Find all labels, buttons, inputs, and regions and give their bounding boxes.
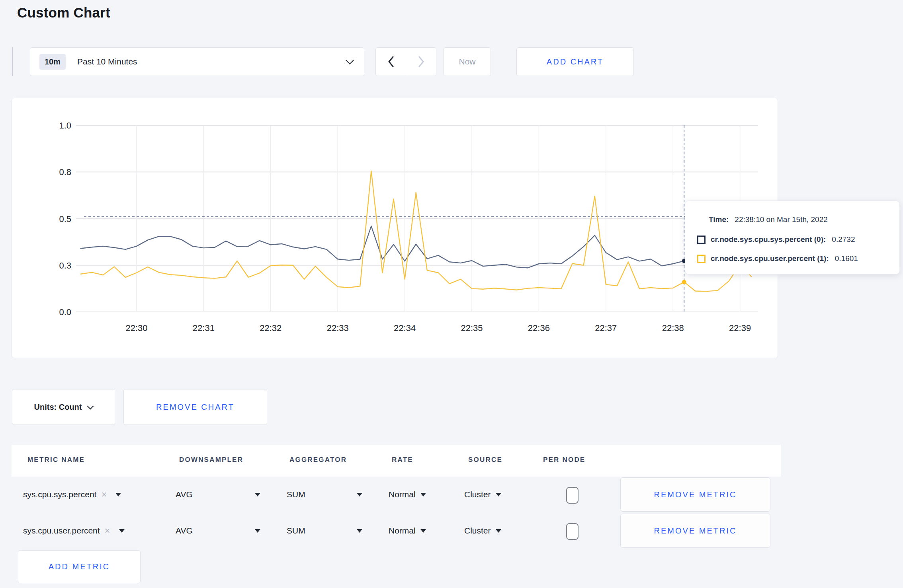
dropdown-caret-icon bbox=[357, 493, 362, 496]
chevron-down-icon bbox=[87, 403, 94, 410]
chart-tooltip: Time: 22:38:10 on Mar 15th, 2022 cr.node… bbox=[685, 201, 900, 275]
units-select[interactable]: Units: Count bbox=[12, 389, 115, 425]
downsampler-select[interactable]: AVG bbox=[176, 522, 260, 540]
metric-name-value: sys.cpu.user.percent bbox=[23, 526, 100, 535]
svg-text:1.0: 1.0 bbox=[59, 121, 71, 130]
svg-text:22:33: 22:33 bbox=[327, 323, 349, 333]
tooltip-series-row: cr.node.sys.cpu.user.percent (1): 0.1601 bbox=[697, 254, 858, 263]
aggregator-value: SUM bbox=[287, 490, 305, 499]
downsampler-value: AVG bbox=[176, 490, 193, 499]
col-header-aggregator: AGGREGATOR bbox=[289, 456, 347, 464]
time-range-label: Past 10 Minutes bbox=[77, 57, 137, 66]
downsampler-value: AVG bbox=[176, 526, 193, 535]
svg-text:0.8: 0.8 bbox=[59, 167, 71, 177]
series-sys-swatch-icon bbox=[697, 236, 706, 244]
tooltip-series-name: cr.node.sys.cpu.sys.percent (0): bbox=[711, 235, 826, 244]
add-chart-button[interactable]: ADD CHART bbox=[516, 47, 634, 76]
tooltip-series-row: cr.node.sys.cpu.sys.percent (0): 0.2732 bbox=[697, 235, 855, 244]
col-header-downsampler: DOWNSAMPLER bbox=[179, 456, 243, 464]
aggregator-select[interactable]: SUM bbox=[287, 522, 362, 540]
dropdown-caret-icon bbox=[255, 493, 260, 496]
chevron-right-icon bbox=[417, 55, 425, 68]
per-node-checkbox[interactable] bbox=[566, 487, 579, 504]
metric-name-select[interactable]: sys.cpu.user.percent × bbox=[23, 522, 125, 540]
chart-card: 0.00.30.50.81.022:3022:3122:3222:3322:34… bbox=[12, 98, 778, 358]
tooltip-series-value: 0.1601 bbox=[835, 254, 858, 263]
downsampler-select[interactable]: AVG bbox=[176, 485, 260, 504]
time-range-select[interactable]: 10m Past 10 Minutes bbox=[30, 47, 364, 76]
tooltip-series-value: 0.2732 bbox=[832, 235, 855, 244]
svg-text:22:31: 22:31 bbox=[193, 323, 215, 333]
time-pager bbox=[375, 47, 436, 76]
svg-text:22:37: 22:37 bbox=[595, 323, 617, 333]
chevron-left-icon bbox=[387, 55, 395, 68]
svg-text:22:35: 22:35 bbox=[461, 323, 483, 333]
chevron-down-icon bbox=[346, 56, 354, 64]
source-value: Cluster bbox=[464, 490, 491, 499]
svg-text:22:36: 22:36 bbox=[528, 323, 550, 333]
prev-time-button[interactable] bbox=[376, 48, 406, 76]
page-title: Custom Chart bbox=[17, 5, 110, 21]
series-user-swatch-icon bbox=[697, 255, 706, 263]
svg-text:0.3: 0.3 bbox=[59, 261, 71, 271]
dropdown-caret-icon bbox=[420, 493, 426, 496]
svg-text:22:39: 22:39 bbox=[729, 323, 751, 333]
svg-text:22:30: 22:30 bbox=[125, 323, 147, 333]
timeseries-chart[interactable]: 0.00.30.50.81.022:3022:3122:3222:3322:34… bbox=[12, 98, 778, 358]
dropdown-caret-icon bbox=[255, 529, 260, 533]
svg-text:0.0: 0.0 bbox=[59, 307, 71, 317]
svg-text:22:38: 22:38 bbox=[662, 323, 684, 333]
remove-metric-button[interactable]: REMOVE METRIC bbox=[620, 514, 770, 548]
tooltip-time-row: Time: 22:38:10 on Mar 15th, 2022 bbox=[709, 215, 828, 224]
add-metric-button[interactable]: ADD METRIC bbox=[18, 550, 141, 583]
next-time-button[interactable] bbox=[406, 48, 436, 76]
metrics-table-header: METRIC NAME DOWNSAMPLER AGGREGATOR RATE … bbox=[12, 445, 781, 477]
aggregator-select[interactable]: SUM bbox=[287, 485, 362, 504]
source-select[interactable]: Cluster bbox=[464, 522, 501, 540]
tooltip-series-name: cr.node.sys.cpu.user.percent (1): bbox=[711, 254, 829, 263]
dropdown-caret-icon bbox=[115, 493, 121, 496]
now-button[interactable]: Now bbox=[444, 47, 491, 76]
source-select[interactable]: Cluster bbox=[464, 485, 501, 504]
dropdown-caret-icon bbox=[496, 493, 501, 496]
per-node-checkbox[interactable] bbox=[566, 523, 579, 540]
remove-chart-button[interactable]: REMOVE CHART bbox=[123, 389, 267, 425]
rate-select[interactable]: Normal bbox=[389, 522, 426, 540]
col-header-metric-name: METRIC NAME bbox=[27, 456, 85, 464]
source-value: Cluster bbox=[464, 526, 491, 535]
time-range-badge: 10m bbox=[39, 54, 66, 70]
rate-value: Normal bbox=[389, 490, 416, 499]
rate-value: Normal bbox=[389, 526, 416, 535]
rate-select[interactable]: Normal bbox=[389, 485, 426, 504]
units-label: Units: Count bbox=[34, 403, 82, 412]
clear-metric-icon[interactable]: × bbox=[105, 526, 110, 535]
remove-metric-button[interactable]: REMOVE METRIC bbox=[620, 477, 770, 512]
svg-text:22:32: 22:32 bbox=[260, 323, 281, 333]
col-header-per-node: PER NODE bbox=[543, 456, 585, 464]
dropdown-caret-icon bbox=[119, 529, 125, 533]
dropdown-caret-icon bbox=[420, 529, 426, 533]
dropdown-caret-icon bbox=[496, 529, 501, 533]
col-header-rate: RATE bbox=[392, 456, 413, 464]
svg-text:22:34: 22:34 bbox=[394, 323, 416, 333]
col-header-source: SOURCE bbox=[468, 456, 502, 464]
dropdown-caret-icon bbox=[357, 529, 362, 533]
clear-metric-icon[interactable]: × bbox=[101, 490, 107, 499]
toolbar-left-divider bbox=[12, 47, 13, 76]
tooltip-time-label: Time: bbox=[709, 215, 729, 224]
aggregator-value: SUM bbox=[287, 526, 305, 535]
metric-name-select[interactable]: sys.cpu.sys.percent × bbox=[23, 485, 121, 504]
tooltip-time-value: 22:38:10 on Mar 15th, 2022 bbox=[735, 215, 827, 224]
metric-name-value: sys.cpu.sys.percent bbox=[23, 490, 96, 499]
svg-text:0.5: 0.5 bbox=[59, 214, 71, 224]
